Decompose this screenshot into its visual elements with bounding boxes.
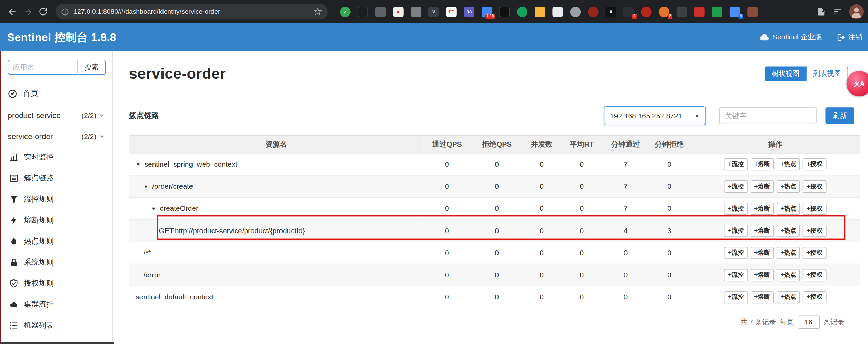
resource-table-body: ▼sentinel_spring_web_context000070+流控+熔断… [129, 153, 860, 308]
extension-icon[interactable]: 1.18 [482, 6, 492, 17]
url-bar[interactable]: 127.0.0.1:8080/#/dashboard/identity/serv… [55, 4, 327, 19]
action-button-degrade[interactable]: +熔断 [750, 269, 774, 281]
action-button-degrade[interactable]: +熔断 [750, 180, 774, 192]
extension-icon[interactable] [570, 6, 581, 17]
back-icon[interactable] [4, 4, 20, 19]
logout-button[interactable]: 注销 [837, 32, 862, 42]
extension-icon[interactable]: 2 [659, 6, 669, 17]
keyword-input[interactable] [719, 107, 816, 124]
app-search-input[interactable] [8, 60, 77, 75]
extensions-menu-icon[interactable] [816, 7, 826, 17]
sidebar-item-home[interactable]: 首页 [0, 82, 112, 105]
extension-icon[interactable] [552, 6, 563, 17]
action-button-authority[interactable]: +授权 [803, 247, 826, 259]
sidebar-item-cluster[interactable]: 集群流控 [0, 294, 112, 315]
profile-avatar[interactable] [849, 4, 864, 19]
sidebar-nav: 首页 product-service (2/2) service-order (… [0, 82, 112, 336]
action-button-hotspot[interactable]: +热点 [777, 225, 800, 237]
action-button-flow[interactable]: +流控 [724, 158, 748, 170]
action-button-degrade[interactable]: +熔断 [750, 247, 774, 259]
extension-icon[interactable]: FE [446, 6, 456, 17]
action-button-flow[interactable]: +流控 [724, 247, 748, 259]
page-size-input[interactable] [797, 316, 819, 329]
sidebar-item-machines[interactable]: 机器列表 [0, 315, 112, 336]
extension-icon[interactable] [411, 6, 421, 17]
app-search-button[interactable]: 搜索 [78, 60, 106, 75]
sidebar-item-flow[interactable]: 流控规则 [0, 189, 112, 210]
extension-icon[interactable] [375, 6, 386, 17]
site-info-icon[interactable] [61, 8, 69, 16]
action-button-flow[interactable]: +流控 [724, 269, 748, 281]
expand-caret-icon[interactable]: ▼ [136, 162, 140, 167]
action-button-authority[interactable]: +授权 [803, 269, 826, 281]
expand-caret-icon[interactable]: ▼ [144, 184, 148, 189]
action-button-flow[interactable]: +流控 [724, 202, 748, 214]
sidebar-item-system[interactable]: 系统规则 [0, 252, 112, 273]
column-header: 并发数 [523, 135, 560, 153]
action-button-degrade[interactable]: +熔断 [750, 202, 774, 214]
action-button-authority[interactable]: +授权 [803, 202, 826, 214]
action-button-hotspot[interactable]: +热点 [777, 158, 800, 170]
action-button-flow[interactable]: +流控 [724, 225, 748, 237]
metric-value: 0 [523, 264, 560, 286]
action-button-flow[interactable]: +流控 [724, 180, 748, 192]
extension-icon[interactable] [747, 6, 758, 17]
list-view-button[interactable]: 列表视图 [807, 67, 848, 81]
sidebar-item-monitor[interactable]: 实时监控 [0, 147, 112, 168]
sidebar-item-label: 熔断规则 [24, 215, 54, 225]
action-button-authority[interactable]: +授权 [803, 180, 826, 192]
extension-icon[interactable] [677, 6, 687, 17]
chevron-down-icon [99, 134, 105, 139]
action-button-authority[interactable]: +授权 [803, 225, 826, 237]
screen: 127.0.0.1:8080/#/dashboard/identity/serv… [0, 0, 868, 344]
url-text: 127.0.0.1:8080/#/dashboard/identity/serv… [73, 8, 313, 15]
sidebar-item-hotspot[interactable]: 热点规则 [0, 231, 112, 252]
sidebar-item-auth[interactable]: 授权规则 [0, 273, 112, 294]
sidebar-item-link[interactable]: 簇点链路 [0, 168, 112, 189]
sidebar: 搜索 首页 product-service (2/2) ser [0, 51, 113, 344]
action-button-hotspot[interactable]: +热点 [777, 247, 800, 259]
extension-icon[interactable]: 0 [623, 6, 634, 17]
extension-icon[interactable] [694, 6, 704, 17]
table-row: ▼sentinel_spring_web_context000070+流控+熔断… [129, 153, 860, 175]
action-button-hotspot[interactable]: +热点 [777, 269, 800, 281]
edition-link[interactable]: Sentinel 企业版 [760, 32, 822, 42]
action-button-degrade[interactable]: +熔断 [750, 291, 774, 303]
extension-icon[interactable]: 8 [730, 6, 740, 17]
action-button-hotspot[interactable]: +热点 [777, 291, 800, 303]
sidebar-item-degrade[interactable]: 熔断规则 [0, 210, 112, 231]
extension-icon[interactable] [535, 6, 545, 17]
extension-icon[interactable] [358, 6, 368, 17]
extension-icon[interactable] [588, 6, 598, 17]
extension-icon[interactable]: ● [393, 6, 403, 17]
extension-icon[interactable]: # [605, 6, 616, 17]
machine-select[interactable]: 192.168.165.252:8721 ▼ [604, 106, 706, 125]
metric-value: 0 [523, 219, 560, 242]
degrade-icon [9, 216, 18, 225]
extension-icon[interactable] [517, 6, 527, 17]
refresh-button[interactable]: 刷新 [825, 107, 854, 124]
action-button-degrade[interactable]: +熔断 [750, 225, 774, 237]
reading-list-icon[interactable] [832, 7, 842, 17]
action-button-degrade[interactable]: +熔断 [750, 158, 774, 170]
extension-icon[interactable] [641, 6, 651, 17]
bookmark-star-icon[interactable] [313, 7, 322, 16]
app-header: Sentinel 控制台 1.8.8 Sentinel 企业版 注销 [0, 23, 868, 51]
forward-icon[interactable] [20, 4, 36, 19]
tree-view-button[interactable]: 树状视图 [765, 67, 807, 81]
extension-icon[interactable]: V [428, 6, 439, 17]
sidebar-item-product-service[interactable]: product-service (2/2) [0, 105, 112, 126]
action-button-flow[interactable]: +流控 [724, 291, 748, 303]
extension-icon[interactable]: ✓ [340, 6, 350, 17]
action-button-authority[interactable]: +授权 [803, 291, 826, 303]
reload-icon[interactable] [36, 4, 51, 19]
sidebar-item-service-order[interactable]: service-order (2/2) [0, 126, 112, 147]
expand-caret-icon[interactable]: ▼ [151, 206, 156, 212]
column-header: 资源名 [129, 135, 424, 153]
action-button-hotspot[interactable]: +热点 [777, 180, 800, 192]
extension-icon[interactable]: 38 [464, 6, 474, 17]
action-button-authority[interactable]: +授权 [803, 158, 826, 170]
action-button-hotspot[interactable]: +热点 [777, 202, 800, 214]
extension-icon[interactable] [712, 6, 722, 17]
extension-icon[interactable] [499, 6, 510, 17]
